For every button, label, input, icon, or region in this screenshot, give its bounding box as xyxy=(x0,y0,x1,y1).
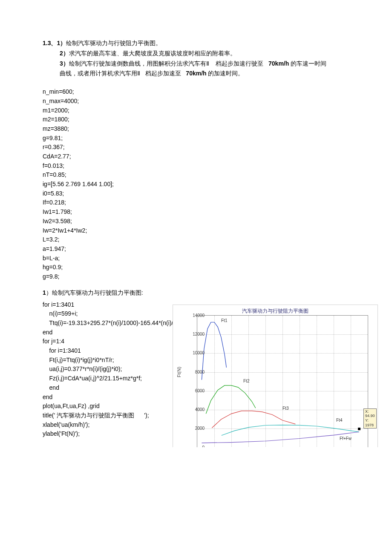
curve-ft1 xyxy=(202,322,226,380)
q3-num: 3） xyxy=(60,60,69,67)
q3-c: 70km/h xyxy=(268,60,289,67)
ytick: 14000 xyxy=(187,313,205,317)
curve-fffw xyxy=(202,432,359,443)
curve-ft4 xyxy=(222,425,359,435)
ytick: 12000 xyxy=(187,331,205,336)
q3-line2: 曲线，或者用计算机求汽车用Ⅱ 档起步加速至 70km/h 的加速时间。 xyxy=(43,69,354,79)
datatip-y: Y: 1978 xyxy=(365,418,375,428)
section1-num: 1 xyxy=(43,289,46,296)
label-ft4: Ft4 xyxy=(336,418,342,423)
ytick: 10000 xyxy=(187,351,205,355)
ytick: 2000 xyxy=(187,426,205,431)
label-fffw: Ff+Fw xyxy=(340,436,352,441)
q1-line: 1.3、1）绘制汽车驱动力与行驶阻力平衡图。 xyxy=(43,38,354,49)
curve-ft2 xyxy=(206,385,255,414)
ytick: 0 xyxy=(187,445,205,447)
data-marker xyxy=(358,428,360,430)
q3-b: 档起步加速行驶至 xyxy=(216,60,263,67)
ytick: 6000 xyxy=(187,388,205,393)
q2-line: 2）求汽车的最高车速、最大爬坡度及克服该坡度时相应的附着率。 xyxy=(43,49,354,59)
q3-l2a: 曲线，或者用计算机求汽车用Ⅱ xyxy=(60,70,140,77)
q2-text: 求汽车的最高车速、最大爬坡度及克服该坡度时相应的附着率。 xyxy=(69,50,236,57)
section1-title: 1）绘制汽车驱动力与行驶阻力平衡图: xyxy=(43,289,354,297)
problem-statement: 1.3、1）绘制汽车驱动力与行驶阻力平衡图。 2）求汽车的最高车速、最大爬坡度及… xyxy=(43,38,354,79)
code-block-params: n_min=600; n_max=4000; m1=2000; m2=1800;… xyxy=(43,87,354,281)
datatip-x: X: 94.90 xyxy=(365,409,375,419)
q2-num: 2） xyxy=(60,50,69,57)
q3-a: 绘制汽车行驶加速倒数曲线，用图解积分法求汽车有Ⅱ xyxy=(69,60,209,67)
q3-l2d: 的加速时间。 xyxy=(207,70,244,77)
ytick: 4000 xyxy=(187,407,205,412)
q1-num: 1） xyxy=(57,40,66,46)
y-axis-label: Ft(N) xyxy=(176,367,182,377)
label-ft3: Ft3 xyxy=(282,406,288,411)
q3-l2b: 档起步加速至 xyxy=(145,70,181,77)
label-ft2: Ft2 xyxy=(243,379,249,383)
q3-line1: 3）绘制汽车行驶加速倒数曲线，用图解积分法求汽车有Ⅱ 档起步加速行驶至 70km… xyxy=(43,59,354,69)
q1-text: 绘制汽车驱动力与行驶阻力平衡图。 xyxy=(66,40,161,46)
q3-l2c: 70km/h xyxy=(186,70,206,77)
section1-text: ）绘制汽车驱动力与行驶阻力平衡图: xyxy=(46,289,143,296)
ytick: 8000 xyxy=(187,369,205,374)
data-tip: X: 94.90 Y: 1978 xyxy=(363,408,377,428)
problem-number: 1.3、 xyxy=(43,40,57,46)
chart-curves xyxy=(197,316,368,447)
label-ft1: Ft1 xyxy=(221,318,227,323)
q3-d: 的车速一时间 xyxy=(289,60,326,67)
chart-axes: Ft1 Ft2 Ft3 Ft4 Ff+Fw X: 94.90 Y: 1978 xyxy=(197,315,368,447)
curve-ft3 xyxy=(212,411,295,428)
chart-figure: 汽车驱动力与行驶阻力平衡图 xyxy=(173,305,378,447)
